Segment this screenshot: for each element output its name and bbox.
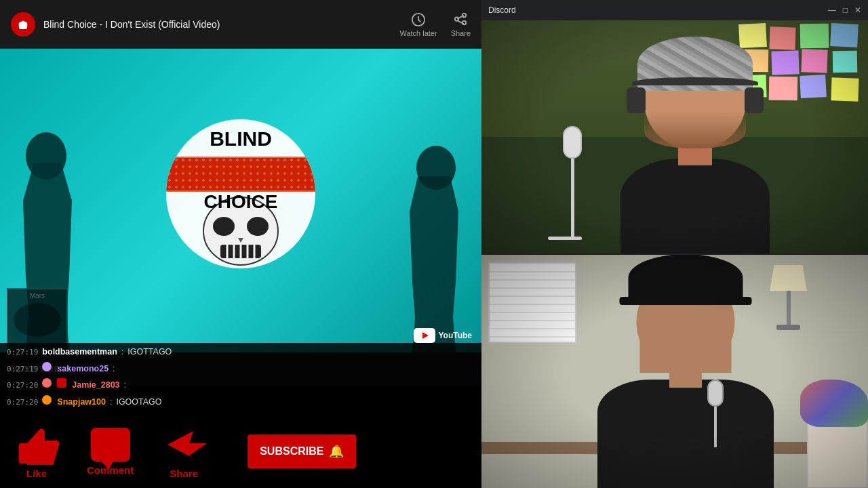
yt-actions-group: Watch later Share — [399, 12, 471, 37]
video-title: Blind Choice - I Don't Exist (Official V… — [43, 19, 220, 30]
like-label: Like — [26, 468, 47, 479]
chat-badge-3 — [57, 378, 66, 388]
share-icon — [452, 12, 469, 28]
youtube-topbar: Blind Choice - I Don't Exist (Official V… — [0, 0, 481, 49]
youtube-logo-corner: YouTube — [414, 328, 472, 343]
discord-panel: Discord — □ ✕ — [481, 0, 868, 488]
chat-avatar-3 — [42, 378, 52, 388]
discord-titlebar: Discord — □ ✕ — [481, 0, 868, 20]
microphone-2 — [707, 380, 724, 447]
comment-bubble — [91, 428, 130, 462]
maximize-button[interactable]: □ — [843, 5, 848, 15]
close-button[interactable]: ✕ — [854, 5, 861, 15]
chat-message-4: 0:27:20 Snapjaw100: IGOOTAGO — [7, 395, 475, 409]
thumbsup-svg — [14, 424, 60, 465]
chat-message-2: 0:27:19 sakemono25: — [7, 362, 475, 375]
share-interact-button[interactable]: Share — [161, 424, 207, 479]
chat-avatar-4 — [42, 395, 52, 405]
share-interact-label: Share — [170, 468, 198, 479]
discord-title: Discord — [488, 5, 516, 15]
window-controls: — □ ✕ — [828, 5, 861, 15]
chat-time-3: 0:27:20 — [7, 380, 38, 390]
storage-area — [793, 380, 868, 488]
share-svg — [453, 12, 468, 27]
comment-icon — [91, 428, 130, 462]
chat-section: 0:27:19 boldbasementman: IGOTTAGO 0:27:1… — [0, 343, 481, 415]
watch-later-icon — [410, 12, 427, 28]
comment-button[interactable]: Comment — [87, 428, 134, 476]
yt-title-area: Blind Choice - I Don't Exist (Official V… — [11, 12, 220, 37]
youtube-panel: Blind Choice - I Don't Exist (Official V… — [0, 0, 481, 488]
discord-video-top — [481, 20, 868, 255]
skull-logo: BLIND CHOICE — [166, 119, 315, 282]
svg-rect-12 — [19, 443, 28, 464]
like-icon — [14, 424, 60, 465]
skull-text-choice: CHOICE — [204, 191, 278, 213]
share-interact-icon — [161, 424, 207, 465]
left-musician: Mars — [7, 95, 142, 352]
yt-logo-svg — [414, 328, 435, 343]
window-blinds — [488, 262, 576, 343]
svg-point-3 — [247, 217, 269, 236]
right-musician — [359, 122, 468, 352]
discord-video-bottom — [481, 255, 868, 488]
watch-later-button[interactable]: Watch later — [399, 12, 437, 37]
bell-icon: 🔔 — [329, 444, 344, 459]
skull-text-blind: BLIND — [210, 127, 272, 150]
share-button[interactable]: Share — [451, 12, 471, 37]
svg-point-2 — [213, 217, 235, 236]
person-2-figure — [577, 255, 794, 488]
chat-user-4: Snapjaw100 — [57, 396, 106, 409]
minimize-button[interactable]: — — [828, 5, 836, 15]
person-1-figure — [593, 20, 797, 253]
chat-time-4: 0:27:20 — [7, 397, 38, 407]
microphone-1 — [563, 126, 582, 240]
clock-svg — [411, 12, 426, 27]
share-arrow-svg — [161, 424, 207, 465]
subscribe-button[interactable]: SUBSCRIBE 🔔 — [248, 434, 356, 468]
chat-message-3: 0:27:20 Jamie_2803: — [7, 378, 475, 392]
yt-text: YouTube — [438, 331, 472, 340]
chat-message-1: 0:27:19 boldbasementman: IGOTTAGO — [7, 346, 475, 359]
channel-icon — [11, 12, 35, 37]
video-player[interactable]: Mars BLIND — [0, 49, 481, 352]
chat-text-4: IGOOTAGO — [116, 396, 161, 409]
subscribe-label: SUBSCRIBE — [260, 445, 323, 458]
watch-later-label: Watch later — [399, 29, 437, 37]
chat-time-1: 0:27:19 — [7, 347, 38, 357]
share-label: Share — [451, 29, 471, 37]
chat-user-1: boldbasementman — [42, 346, 117, 359]
chat-text-1: IGOTTAGO — [127, 346, 172, 359]
chat-time-2: 0:27:19 — [7, 364, 38, 374]
chat-user-2: sakemono25 — [57, 363, 108, 375]
like-button[interactable]: Like — [14, 424, 60, 479]
yt-channel-svg — [16, 20, 30, 29]
chat-user-3: Jamie_2803 — [72, 380, 119, 392]
chat-avatar-2 — [42, 362, 52, 371]
interaction-bar: Like Comment Share SUBSCRIBE — [0, 415, 481, 488]
